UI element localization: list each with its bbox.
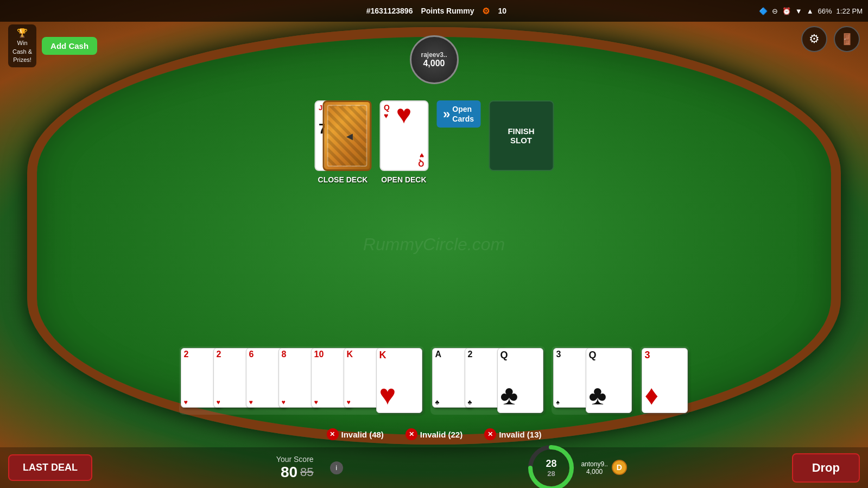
top-right-icons: ⚙ 🚪	[801, 26, 860, 52]
open-cards-container: » OpenCards	[436, 100, 480, 130]
close-deck-container: J 7 ♠ J ◄ CLOSE DECK	[314, 100, 371, 184]
system-status: 🔷 ⊖ ⏰ ▼ ▲ 66% 1:22 PM	[759, 7, 863, 15]
validity-label-2: Invalid (22)	[420, 430, 462, 439]
game-id: #1631123896	[366, 7, 413, 15]
finish-slot-button[interactable]: FINISHSLOT	[489, 100, 554, 171]
game-type: Points Rummy	[421, 7, 474, 15]
bluetooth-icon: 🔷	[759, 7, 768, 15]
validity-row: ✕ Invalid (48) ✕ Invalid (22) ✕ Invalid …	[326, 428, 541, 440]
points-icon: ⚙	[482, 6, 490, 16]
timer-section: 28 28 antony9.. 4,000 D	[527, 443, 607, 489]
validity-item-3: ✕ Invalid (13)	[484, 428, 541, 440]
rewards-icon: 🏆	[17, 27, 28, 39]
bottom-bar: LAST DEAL Your Score 80 85 i 28 28 anton…	[0, 447, 868, 488]
validity-item-1: ✕ Invalid (48)	[326, 428, 383, 440]
top-left-controls: 🏆 WinCash &Prizes! Add Cash	[8, 24, 97, 67]
score-previous: 85	[300, 465, 313, 479]
close-deck-stack[interactable]: J 7 ♠ J ◄	[314, 100, 371, 171]
validity-label-1: Invalid (48)	[341, 430, 383, 439]
drop-button[interactable]: Drop	[792, 453, 860, 483]
score-section: Your Score 80 85 i	[276, 455, 343, 481]
add-cash-button[interactable]: Add Cash	[42, 37, 97, 55]
settings-button[interactable]: ⚙	[801, 26, 827, 52]
validity-item-2: ✕ Invalid (22)	[406, 428, 462, 440]
open-cards-label: OpenCards	[452, 104, 474, 124]
alarm-icon: ⏰	[782, 7, 791, 15]
diamond-center: ♦	[645, 379, 659, 411]
hand-group-2: A ♣ 2 ♣ Q ♣	[430, 346, 545, 415]
open-card-bottom: Q♥	[418, 151, 424, 168]
score-current: 80	[281, 464, 297, 481]
hand-card[interactable]: Q ♣	[586, 348, 632, 413]
time: 1:22 PM	[837, 7, 863, 15]
timer-display: 28 28	[546, 458, 556, 478]
open-card-top: Q♥	[384, 104, 390, 121]
timer-circle: 28 28	[527, 443, 575, 489]
chevrons-icon: »	[443, 106, 450, 122]
club-center: ♣	[500, 379, 518, 411]
open-deck-card[interactable]: Q♥ ♥ Q♥	[379, 100, 428, 171]
battery: 66%	[818, 7, 832, 15]
exit-button[interactable]: 🚪	[834, 26, 860, 52]
game-info: #1631123896 Points Rummy ⚙ 10	[366, 6, 506, 16]
invalid-icon-2: ✕	[406, 428, 417, 440]
status-bar: #1631123896 Points Rummy ⚙ 10 🔷 ⊖ ⏰ ▼ ▲ …	[0, 0, 868, 22]
invalid-icon-3: ✕	[484, 428, 496, 440]
center-card-area: J 7 ♠ J ◄ CLOSE DECK Q♥ ♥ Q♥ OPEN DECK »…	[314, 100, 554, 184]
close-deck-label: CLOSE DECK	[318, 175, 368, 184]
score-display: Your Score 80 85	[276, 455, 314, 481]
opponent-top: rajeev3.. 4,000	[410, 35, 459, 84]
validity-label-3: Invalid (13)	[499, 430, 541, 439]
wifi-icon: ▼	[795, 7, 802, 15]
opponent-avatar: rajeev3.. 4,000	[410, 35, 459, 84]
opponent-name: rajeev3..	[421, 51, 447, 59]
timer-outer: 28	[546, 458, 556, 470]
hand-card[interactable]: Q ♣	[497, 348, 543, 413]
signal-icon: ▲	[807, 7, 814, 15]
hand-group-1: 2 ♥ 2 ♥ 6 ♥ 8 ♥ 10 ♥ K ♥ K ♥	[179, 346, 424, 415]
open-deck-container: Q♥ ♥ Q♥ OPEN DECK	[379, 100, 428, 184]
points-value: 10	[498, 7, 506, 15]
opponent-score: 4,000	[423, 59, 445, 68]
last-deal-button[interactable]: LAST DEAL	[8, 454, 92, 481]
score-row: 80 85	[281, 464, 314, 481]
heart-center: ♥	[379, 378, 396, 411]
finish-slot-container: FINISHSLOT	[489, 100, 554, 171]
rewards-label: WinCash &Prizes!	[12, 39, 32, 64]
timer-inner: 28	[547, 470, 555, 478]
hand-card[interactable]: K ♥	[376, 348, 422, 413]
open-deck-label: OPEN DECK	[381, 175, 426, 184]
hand-card[interactable]: 3 ♦	[642, 348, 688, 413]
finish-slot-label: FINISHSLOT	[508, 126, 534, 145]
minus-icon: ⊖	[772, 7, 778, 15]
player-hand: 2 ♥ 2 ♥ 6 ♥ 8 ♥ 10 ♥ K ♥ K ♥ A	[179, 346, 689, 415]
info-button[interactable]: i	[330, 461, 343, 474]
opponent-bottom-score: 4,000	[586, 468, 603, 476]
club-center2: ♣	[589, 379, 607, 411]
invalid-icon-1: ✕	[326, 428, 338, 440]
slide-arrow: ◄	[344, 130, 355, 143]
score-label: Your Score	[276, 455, 314, 464]
opponent-bottom: antony9.. 4,000	[581, 460, 607, 476]
hand-group-3: 3 ♠ Q ♣	[552, 346, 633, 415]
hand-group-4: 3 ♦	[640, 346, 689, 415]
dealer-badge: D	[612, 460, 627, 475]
opponent-bottom-name: antony9..	[581, 460, 607, 468]
open-cards-button[interactable]: » OpenCards	[436, 100, 480, 128]
